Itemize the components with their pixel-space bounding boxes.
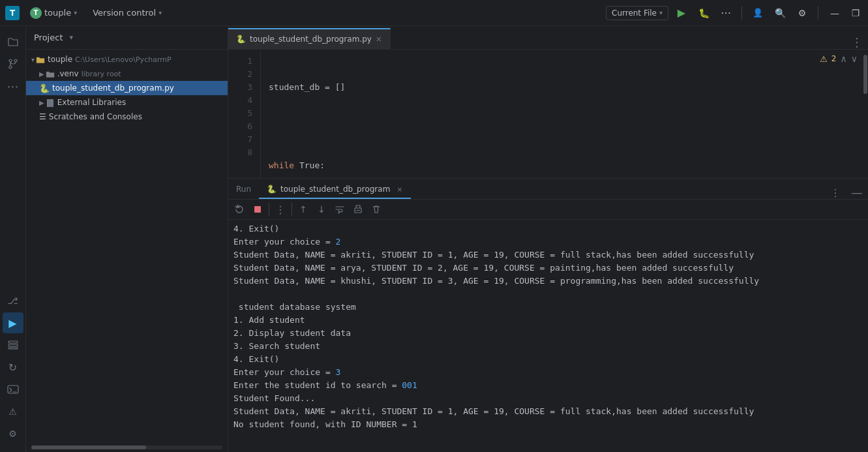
run-output[interactable]: 4. Exit() Enter your choice = 2 Student … — [228, 220, 868, 452]
sidebar-icon-layers[interactable] — [3, 335, 23, 355]
tab-filename: touple_student_db_program.py — [250, 35, 372, 44]
project-avatar: T — [30, 7, 42, 19]
main-layout: ⋯ ⎇ ▶ ↻ ⚠ ⚙ Project ▾ — [0, 26, 868, 452]
tree-item-main-file[interactable]: 🐍 touple_student_db_program.py — [26, 81, 228, 95]
run-clear-button[interactable] — [368, 201, 385, 218]
run-stop-button[interactable] — [249, 201, 266, 218]
sidebar-icon-run[interactable]: ▶ — [3, 312, 23, 333]
svg-rect-5 — [8, 348, 18, 349]
warning-icon: ⚠ — [820, 54, 828, 64]
run-output-text-12: Enter the student id to search = 001 — [233, 379, 417, 392]
line-num-5: 5 — [228, 107, 252, 120]
warning-up-icon[interactable]: ∧ — [841, 53, 847, 64]
sidebar-icon-terminal[interactable] — [3, 379, 23, 400]
left-sidebar: ⋯ ⎇ ▶ ↻ ⚠ ⚙ — [0, 26, 26, 452]
svg-point-1 — [14, 59, 17, 62]
run-output-text-7: 1. Add student — [233, 314, 305, 327]
run-output-line-6: student database system — [233, 301, 863, 314]
run-panel-minimize-button[interactable]: — — [846, 185, 868, 199]
tree-item-root[interactable]: ▾ touple C:\Users\Lenovo\PycharmP — [26, 52, 228, 67]
editor-area: 🐍 touple_student_db_program.py × ⋮ 1 2 3… — [228, 26, 868, 452]
minimize-button[interactable]: — — [828, 6, 842, 20]
version-control-label: Version control — [93, 8, 156, 18]
settings-button[interactable]: ⚙ — [793, 4, 811, 22]
run-print-button[interactable] — [350, 201, 367, 218]
run-tab-more-button[interactable]: ⋮ — [825, 187, 846, 199]
project-menu[interactable]: T touple ▾ — [25, 5, 82, 22]
sidebar-icon-sync[interactable]: ↻ — [3, 357, 23, 378]
run-button[interactable]: ▶ — [672, 4, 691, 22]
project-panel-header[interactable]: Project ▾ — [26, 26, 228, 50]
run-output-text-4: Student Data, NAME = arya, STUDENT ID = … — [233, 262, 734, 275]
run-output-text-8: 2. Display student data — [233, 327, 351, 340]
sidebar-icon-vcs[interactable] — [3, 53, 23, 74]
run-output-line-12: Enter the student id to search = 001 — [233, 379, 863, 392]
run-output-text-1: 4. Exit() — [233, 222, 279, 235]
maximize-button[interactable]: ❐ — [848, 6, 863, 20]
code-content[interactable]: student_db = [] while True: print("\n st… — [261, 50, 863, 178]
editor-tab-main[interactable]: 🐍 touple_student_db_program.py × — [228, 28, 391, 49]
run-output-line-3: Student Data, NAME = akriti, STUDENT ID … — [233, 249, 863, 262]
venv-sub: library root — [82, 70, 121, 78]
venv-folder-icon — [46, 68, 55, 79]
project-name-label: touple — [44, 8, 71, 18]
tree-item-scratches[interactable]: ☰ Scratches and Consoles — [26, 110, 228, 124]
sidebar-icon-problems[interactable]: ⚠ — [3, 401, 23, 422]
run-tab-label: Run — [236, 185, 251, 194]
sidebar-icon-folder[interactable] — [3, 31, 23, 52]
venv-arrow-icon: ▶ — [39, 70, 44, 78]
sidebar-icon-settings[interactable]: ⚙ — [3, 423, 23, 444]
run-scroll-down-button[interactable]: ↓ — [313, 201, 330, 218]
code-line-1: student_db = [] — [269, 81, 855, 94]
run-tab-run[interactable]: Run — [228, 181, 259, 199]
svg-rect-8 — [49, 99, 53, 107]
run-wrap-button[interactable] — [331, 201, 348, 218]
run-scroll-up-button[interactable]: ↑ — [295, 201, 312, 218]
version-control-chevron-icon: ▾ — [158, 9, 162, 16]
collab-button[interactable]: 👤 — [749, 4, 767, 22]
editor-scrollbar[interactable] — [863, 50, 868, 178]
run-output-line-10: 4. Exit() — [233, 353, 863, 366]
line-numbers: 1 2 3 4 5 6 7 8 — [228, 50, 261, 178]
run-tab-program[interactable]: 🐍 touple_student_db_program × — [259, 181, 411, 199]
tree-item-venv[interactable]: ▶ .venv library root — [26, 67, 228, 81]
app-logo[interactable]: T — [5, 6, 20, 20]
separator2 — [818, 7, 818, 20]
run-tabs: Run 🐍 touple_student_db_program × ⋮ — — [228, 179, 868, 200]
code-line-2 — [269, 120, 855, 133]
editor-tabs: 🐍 touple_student_db_program.py × ⋮ — [228, 26, 868, 50]
sidebar-icon-more[interactable]: ⋯ — [3, 76, 23, 97]
run-output-line-1: 4. Exit() — [233, 222, 863, 235]
ext-libs-label: External Libraries — [57, 98, 126, 107]
run-output-line-2: Enter your choice = 2 — [233, 235, 863, 249]
line-num-1: 1 — [228, 55, 252, 68]
more-options-button[interactable]: ⋯ — [717, 4, 735, 22]
search-button[interactable]: 🔍 — [771, 4, 789, 22]
tree-item-ext-libs[interactable]: ▶ External Libraries — [26, 95, 228, 110]
warning-down-icon[interactable]: ∨ — [851, 53, 858, 64]
root-label: touple — [48, 55, 72, 64]
run-tool-more[interactable]: ⋮ — [272, 201, 289, 218]
run-tab-close-button[interactable]: × — [397, 185, 402, 194]
project-panel: Project ▾ ▾ touple C:\Users\Lenovo\Pycha… — [26, 26, 228, 452]
panel-scrollbar[interactable] — [31, 445, 222, 449]
run-output-line-11: Enter your choice = 3 — [233, 366, 863, 379]
main-file-label: touple_student_db_program.py — [52, 83, 174, 93]
svg-rect-3 — [8, 341, 18, 343]
version-control-menu[interactable]: Version control ▾ — [87, 5, 167, 20]
debug-button[interactable]: 🐛 — [695, 4, 713, 22]
titlebar-right: Current File ▾ ▶ 🐛 ⋯ 👤 🔍 ⚙ — ❐ — [606, 4, 863, 22]
run-restart-button[interactable] — [231, 201, 248, 218]
scratches-label: Scratches and Consoles — [49, 112, 142, 121]
titlebar: T T touple ▾ Version control ▾ Current F… — [0, 0, 868, 26]
tab-close-button[interactable]: × — [376, 35, 382, 44]
sidebar-icon-git[interactable]: ⎇ — [3, 290, 23, 311]
current-file-button[interactable]: Current File ▾ — [606, 6, 668, 20]
run-output-text-5: Student Data, NAME = khushi, STUDENT ID … — [233, 275, 759, 288]
tab-more-button[interactable]: ⋮ — [846, 35, 868, 49]
current-file-chevron-icon: ▾ — [659, 9, 663, 16]
run-output-line-7: 1. Add student — [233, 314, 863, 327]
run-output-line-4: Student Data, NAME = arya, STUDENT ID = … — [233, 262, 863, 275]
run-output-line-8: 2. Display student data — [233, 327, 863, 340]
run-output-line-13: Student Found... — [233, 392, 863, 405]
